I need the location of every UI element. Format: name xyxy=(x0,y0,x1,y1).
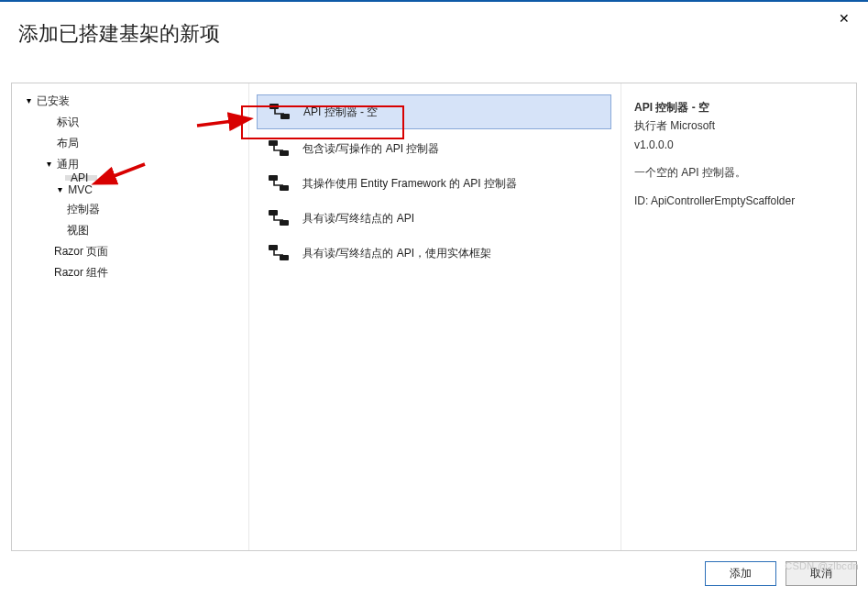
tree-item-controller[interactable]: 控制器 xyxy=(12,199,248,220)
tree-label: 布局 xyxy=(57,137,79,149)
template-label: 具有读/写终结点的 API，使用实体框架 xyxy=(302,246,491,261)
caret-down-icon: ▾ xyxy=(54,184,65,194)
tree-label: 视图 xyxy=(67,224,89,237)
svg-rect-3 xyxy=(280,150,289,156)
template-list: API 控制器 - 空 包含读/写操作的 API 控制器 其操作使用 Entit… xyxy=(248,83,621,550)
svg-rect-5 xyxy=(280,185,289,191)
svg-rect-6 xyxy=(269,210,278,216)
tree-item-identity[interactable]: 标识 xyxy=(12,112,248,133)
details-title: API 控制器 - 空 xyxy=(634,98,843,116)
tree-item-layout[interactable]: 布局 xyxy=(12,133,248,154)
template-api-controller-rw[interactable]: 包含读/写操作的 API 控制器 xyxy=(249,131,621,166)
scaffold-dialog: ✕ 添加已搭建基架的新项 ▾ 已安装 标识 布局 ▾ 通用 A xyxy=(0,0,868,597)
details-id: ID: ApiControllerEmptyScaffolder xyxy=(634,192,843,210)
template-label: 具有读/写终结点的 API xyxy=(302,211,414,227)
details-description: 一个空的 API 控制器。 xyxy=(634,163,843,182)
close-icon: ✕ xyxy=(839,11,850,26)
tree-item-mvc[interactable]: ▾ MVC xyxy=(12,181,248,199)
tree-root-installed[interactable]: ▾ 已安装 xyxy=(12,91,248,112)
template-api-endpoints-rw-ef[interactable]: 具有读/写终结点的 API，使用实体框架 xyxy=(249,236,621,271)
template-api-controller-empty[interactable]: API 控制器 - 空 xyxy=(257,94,611,129)
add-button[interactable]: 添加 xyxy=(705,561,776,586)
svg-rect-7 xyxy=(280,220,289,226)
watermark-text: CSDN @zlbcdn xyxy=(785,560,859,571)
svg-rect-4 xyxy=(269,175,278,181)
tree-label: API xyxy=(71,171,88,184)
tree-label: Razor 组件 xyxy=(54,266,108,279)
tree-label: 通用 xyxy=(57,158,79,171)
svg-rect-8 xyxy=(269,245,278,250)
template-api-endpoints-rw[interactable]: 具有读/写终结点的 API xyxy=(249,201,621,236)
caret-down-icon: ▾ xyxy=(43,159,54,169)
controller-icon xyxy=(266,138,291,159)
template-api-controller-ef[interactable]: 其操作使用 Entity Framework 的 API 控制器 xyxy=(249,166,621,201)
controller-icon xyxy=(266,208,291,228)
category-tree: ▾ 已安装 标识 布局 ▾ 通用 API ▾ MVC xyxy=(12,83,248,550)
svg-rect-9 xyxy=(280,255,289,260)
tree-item-common[interactable]: ▾ 通用 xyxy=(12,154,248,175)
close-button[interactable]: ✕ xyxy=(831,7,857,29)
caret-down-icon: ▾ xyxy=(23,95,34,105)
content-area: ▾ 已安装 标识 布局 ▾ 通用 API ▾ MVC xyxy=(11,83,857,551)
details-pane: API 控制器 - 空 执行者 Microsoft v1.0.0.0 一个空的 … xyxy=(621,83,856,550)
controller-icon xyxy=(266,243,291,263)
template-label: 包含读/写操作的 API 控制器 xyxy=(302,141,439,157)
tree-item-razor-pages[interactable]: Razor 页面 xyxy=(12,241,248,262)
controller-icon xyxy=(267,102,292,122)
controller-icon xyxy=(266,173,291,193)
template-label: 其操作使用 Entity Framework 的 API 控制器 xyxy=(302,176,517,192)
details-publisher: 执行者 Microsoft xyxy=(634,116,843,135)
details-version: v1.0.0.0 xyxy=(634,136,843,154)
tree-item-api[interactable]: API xyxy=(65,175,97,181)
svg-rect-0 xyxy=(269,104,279,109)
tree-label: 标识 xyxy=(57,116,79,128)
tree-label: 控制器 xyxy=(67,203,100,216)
tree-item-view[interactable]: 视图 xyxy=(12,220,248,241)
tree-label: MVC xyxy=(68,183,93,196)
tree-label: 已安装 xyxy=(37,94,70,107)
tree-item-razor-components[interactable]: Razor 组件 xyxy=(12,262,248,283)
dialog-title: 添加已搭建基架的新项 xyxy=(0,2,868,70)
svg-rect-1 xyxy=(280,114,290,119)
svg-rect-2 xyxy=(269,140,278,146)
template-label: API 控制器 - 空 xyxy=(303,105,378,120)
tree-label: Razor 页面 xyxy=(54,245,108,258)
